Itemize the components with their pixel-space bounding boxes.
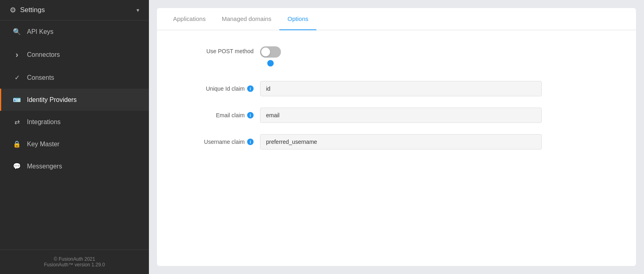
username-claim-input[interactable] [260,134,542,149]
post-method-toggle-wrapper: i [260,46,281,66]
email-claim-input[interactable] [260,108,542,123]
content-card: Applications Managed domains Options Use… [157,8,636,266]
form-area: Use POST method i Unique Id claim i Emai… [157,30,636,177]
post-method-label: Use POST method [173,46,254,54]
sidebar-header-title: Settings [20,6,45,14]
post-method-info-icon[interactable]: i [267,60,274,66]
id-card-icon: 🪪 [12,96,21,104]
sidebar-item-label: Consents [27,74,54,81]
lock-icon: 🔒 [12,140,21,148]
sidebar-item-messengers[interactable]: 💬 Messengers [0,155,149,177]
post-method-row: Use POST method i [173,46,620,66]
sidebar-item-consents[interactable]: ✓ Consents [0,66,149,89]
search-icon: 🔍 [12,28,21,35]
sidebar-header[interactable]: ⚙ Settings ▾ [0,0,149,21]
sidebar-header-left: ⚙ Settings [10,6,45,15]
sidebar: ⚙ Settings ▾ 🔍 API Keys › Connectors ✓ C… [0,0,149,274]
unique-id-claim-info-icon[interactable]: i [247,85,254,92]
unique-id-claim-row: Unique Id claim i [173,81,620,96]
unique-id-claim-label: Unique Id claim i [173,85,254,92]
tab-bar: Applications Managed domains Options [157,8,636,30]
sidebar-item-label: Connectors [27,51,60,58]
unique-id-claim-input[interactable] [260,81,542,96]
sidebar-footer: © FusionAuth 2021 FusionAuth™ version 1.… [0,249,149,274]
email-claim-row: Email claim i [173,108,620,123]
chevron-down-icon: ▾ [136,7,139,13]
chevron-right-icon: › [12,50,21,59]
sidebar-item-key-master[interactable]: 🔒 Key Master [0,133,149,155]
sidebar-item-label: Identity Providers [27,96,77,104]
tab-options[interactable]: Options [279,8,316,30]
sidebar-item-identity-providers[interactable]: 🪪 Identity Providers [0,89,149,111]
sidebar-item-api-keys[interactable]: 🔍 API Keys [0,21,149,43]
main-content: Applications Managed domains Options Use… [149,0,644,274]
username-claim-label: Username claim i [173,139,254,145]
sidebar-item-label: Messengers [27,163,62,170]
sidebar-item-label: API Keys [27,28,54,35]
footer-line2: FusionAuth™ version 1.29.0 [10,262,139,268]
username-claim-info-icon[interactable]: i [247,139,254,145]
email-claim-info-icon[interactable]: i [247,112,254,118]
sidebar-item-label: Key Master [27,141,60,148]
footer-line1: © FusionAuth 2021 [10,256,139,262]
tab-managed-domains[interactable]: Managed domains [214,8,279,30]
sidebar-item-connectors[interactable]: › Connectors [0,43,149,66]
check-icon: ✓ [12,74,21,81]
username-claim-row: Username claim i [173,134,620,149]
email-claim-label: Email claim i [173,112,254,118]
arrows-icon: ⇄ [12,118,21,126]
sidebar-item-integrations[interactable]: ⇄ Integrations [0,111,149,133]
settings-icon: ⚙ [10,6,16,15]
chat-icon: 💬 [12,162,21,170]
sidebar-item-label: Integrations [27,118,61,126]
post-method-toggle[interactable] [260,46,281,58]
tab-applications[interactable]: Applications [165,8,214,30]
